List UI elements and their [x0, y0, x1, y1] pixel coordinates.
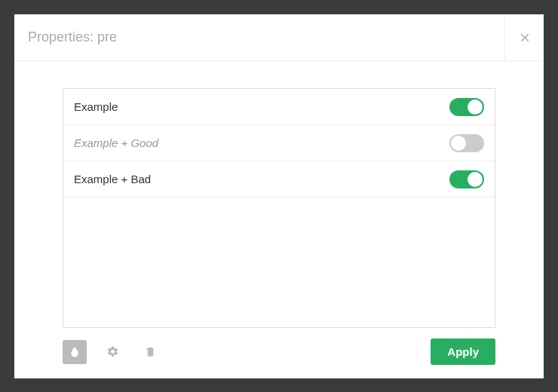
properties-dialog: Properties: pre Example Example + Good	[14, 14, 544, 378]
dialog-title: Properties: pre	[14, 29, 117, 45]
dialog-body: Example Example + Good Example + Bad	[14, 61, 544, 328]
properties-list: Example Example + Good Example + Bad	[63, 88, 495, 328]
toggle-knob	[468, 100, 483, 115]
dialog-header: Properties: pre	[14, 14, 544, 61]
trash-icon	[145, 345, 156, 358]
close-icon	[518, 31, 532, 44]
close-button[interactable]	[504, 14, 544, 61]
apply-button[interactable]: Apply	[431, 338, 495, 365]
delete-button[interactable]	[138, 340, 162, 364]
list-item-label: Example	[74, 100, 118, 113]
list-item: Example	[63, 89, 495, 125]
list-item-label: Example + Bad	[74, 173, 151, 185]
list-item-label: Example + Good	[74, 136, 158, 149]
dialog-footer: Apply	[14, 328, 544, 384]
toggle-switch[interactable]	[449, 170, 484, 188]
list-item: Example + Good	[63, 125, 495, 161]
toggle-knob	[468, 172, 483, 187]
settings-button[interactable]	[100, 340, 124, 364]
drop-icon	[69, 345, 81, 359]
toggle-switch[interactable]	[449, 134, 484, 152]
list-item: Example + Bad	[63, 161, 495, 198]
gear-icon	[106, 345, 119, 358]
toggle-knob	[451, 136, 466, 151]
toggle-switch[interactable]	[449, 98, 484, 116]
footer-toolbar	[63, 340, 162, 364]
drop-button[interactable]	[63, 340, 87, 364]
